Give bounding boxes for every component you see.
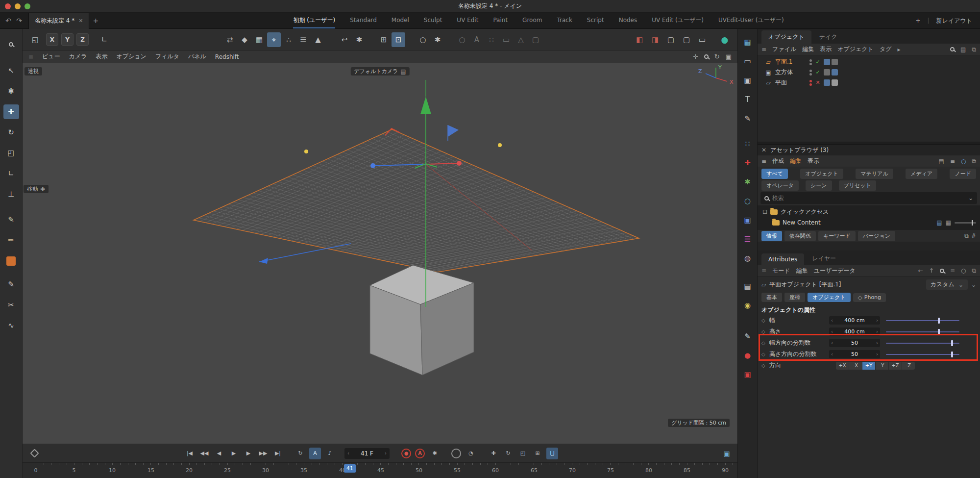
- texture-mode-icon[interactable]: ▦: [252, 32, 266, 47]
- viewport-filter-search-icon[interactable]: [3, 37, 19, 51]
- ab-sync-icon[interactable]: ○: [961, 158, 966, 165]
- om-menu-view[interactable]: 表示: [820, 45, 832, 53]
- object-name[interactable]: 平面: [775, 78, 807, 87]
- info-tab-dependencies[interactable]: 依存関係: [784, 231, 816, 241]
- width-segments-slider[interactable]: [886, 340, 959, 347]
- x-axis-handle[interactable]: [457, 161, 462, 166]
- zoom-window-button[interactable]: [24, 3, 30, 9]
- ab-burger-icon[interactable]: ≡: [761, 158, 766, 165]
- om-menu-edit[interactable]: 編集: [802, 45, 814, 53]
- spline-smooth-tool-icon[interactable]: ∿: [3, 318, 19, 333]
- increment-icon[interactable]: ›: [876, 352, 878, 357]
- render-view-icon[interactable]: ◧: [633, 32, 646, 47]
- keying-settings-icon[interactable]: ✱: [429, 448, 441, 459]
- camera-label[interactable]: デフォルトカメラ ▤: [350, 67, 409, 75]
- redshift-camera-icon[interactable]: ▣: [741, 368, 754, 381]
- extra-tag-icon[interactable]: [832, 69, 838, 75]
- z-axis-handle[interactable]: [370, 163, 375, 168]
- menu-panel[interactable]: パネル: [188, 52, 206, 61]
- axis-gizmo[interactable]: Y X Z: [698, 64, 734, 85]
- extra-tag-icon[interactable]: [832, 59, 838, 65]
- live-selection-tool-icon[interactable]: ↖: [3, 63, 19, 78]
- plane-width-handle[interactable]: [304, 150, 308, 153]
- y-axis-lock-button[interactable]: Y: [61, 33, 74, 46]
- orbit-view-icon[interactable]: ↻: [714, 53, 720, 60]
- width-stepper[interactable]: ‹ 400 cm ›: [829, 316, 880, 325]
- direction-minus-z[interactable]: -Z: [902, 362, 915, 370]
- points-mode-icon[interactable]: ∴: [282, 32, 295, 47]
- section-tab-object[interactable]: オブジェクト: [808, 293, 851, 302]
- tab-takes[interactable]: テイク: [812, 30, 844, 44]
- phong-tag-icon[interactable]: [824, 69, 830, 75]
- go-to-start-button[interactable]: |◀: [184, 448, 196, 459]
- playhead-marker[interactable]: 41: [344, 464, 356, 473]
- redshift-material-icon[interactable]: ●: [741, 349, 754, 362]
- maximize-timeline-icon[interactable]: ▣: [721, 448, 733, 459]
- record-rotation-icon[interactable]: ↻: [502, 448, 514, 459]
- menu-camera[interactable]: カメラ: [69, 52, 87, 61]
- height-segments-stepper[interactable]: ‹ 50 ›: [829, 350, 880, 358]
- object-row-plane[interactable]: ▱ 平面 ✕: [758, 77, 980, 88]
- record-scale-icon[interactable]: ◰: [517, 448, 529, 459]
- ab-library-icon[interactable]: ▤: [939, 158, 944, 165]
- document-tab[interactable]: 名称未設定 4 * ✕: [28, 13, 89, 29]
- ab-close-icon[interactable]: ✕: [761, 147, 766, 153]
- render-settings-icon[interactable]: ▢: [664, 32, 678, 47]
- globe-icon[interactable]: ◍: [741, 252, 754, 265]
- workplane-grid-icon[interactable]: ⊡: [392, 32, 405, 47]
- camera-object-icon[interactable]: ▤: [741, 280, 754, 293]
- close-window-button[interactable]: [5, 3, 11, 9]
- info-copy-icon[interactable]: ⧉: [964, 232, 969, 239]
- disabled-cross-icon[interactable]: ✕: [815, 79, 821, 86]
- volume-cube-icon[interactable]: ▣: [741, 214, 754, 226]
- folder-name[interactable]: クイックアクセス: [781, 208, 829, 216]
- z-axis-lock-button[interactable]: Z: [76, 33, 89, 46]
- team-render-icon[interactable]: ▭: [695, 32, 709, 47]
- current-frame-field[interactable]: ‹ 41 F ›: [344, 448, 390, 459]
- quantize-icon[interactable]: ⊞: [377, 32, 391, 47]
- add-document-button[interactable]: +: [89, 17, 102, 25]
- minimize-window-button[interactable]: [15, 3, 21, 9]
- play-button[interactable]: ▶: [228, 448, 240, 459]
- height-slider[interactable]: [886, 328, 959, 335]
- height-segments-slider[interactable]: [886, 351, 959, 358]
- mograph-icon[interactable]: ☰: [741, 233, 754, 246]
- filter-tab-scenes[interactable]: シーン: [806, 180, 832, 191]
- record-options-icon[interactable]: [451, 449, 461, 458]
- menu-filter[interactable]: フィルタ: [155, 52, 179, 61]
- list-view-icon[interactable]: ▤: [936, 219, 942, 226]
- menu-display[interactable]: 表示: [96, 52, 107, 61]
- om-search-icon[interactable]: [950, 47, 955, 51]
- previous-frame-button[interactable]: ◀: [213, 448, 225, 459]
- sketch-tool-icon[interactable]: ✏: [3, 233, 19, 248]
- om-menu-overflow-icon[interactable]: ▸: [897, 46, 900, 53]
- zoom-view-icon[interactable]: [704, 54, 709, 59]
- phong-tag-icon[interactable]: [824, 79, 830, 86]
- ab-copy-icon[interactable]: ⧉: [972, 158, 976, 165]
- layout-tab-script[interactable]: Script: [587, 13, 604, 28]
- preset-dropdown[interactable]: カスタム ⌄: [926, 279, 968, 290]
- viewport-menu-burger-icon[interactable]: ≡: [28, 53, 33, 60]
- increment-icon[interactable]: ›: [876, 329, 878, 334]
- new-layout-button[interactable]: 新レイアウト: [936, 17, 972, 25]
- magnet-snap-icon[interactable]: ⋃: [546, 448, 558, 459]
- workplane-mode-icon[interactable]: ⌖: [267, 32, 281, 47]
- filter-tab-nodes[interactable]: ノード: [950, 169, 976, 179]
- scale-tool-icon[interactable]: ◰: [3, 146, 19, 160]
- folder-name[interactable]: New Content: [783, 219, 821, 226]
- key-dot-icon[interactable]: ◇: [761, 318, 767, 323]
- object-name[interactable]: 平面.1: [775, 58, 807, 66]
- height-segments-value[interactable]: 50: [833, 351, 876, 357]
- width-value[interactable]: 400 cm: [833, 317, 876, 324]
- filter-tab-operators[interactable]: オペレータ: [761, 180, 799, 191]
- record-keyframe-icon[interactable]: ●: [401, 449, 411, 458]
- width-segments-value[interactable]: 50: [833, 340, 876, 346]
- viewport-layout-icon[interactable]: ▦: [741, 36, 754, 49]
- move-tool-icon[interactable]: ✚: [3, 104, 19, 119]
- wire-sphere-icon[interactable]: ○: [741, 195, 754, 207]
- modeling-gear-icon[interactable]: ✱: [431, 32, 444, 47]
- om-menu-tag[interactable]: タグ: [880, 45, 892, 53]
- axis-cross-icon[interactable]: ✚: [741, 156, 754, 169]
- visibility-dots[interactable]: [809, 59, 812, 65]
- direction-plus-x[interactable]: +X: [836, 362, 849, 370]
